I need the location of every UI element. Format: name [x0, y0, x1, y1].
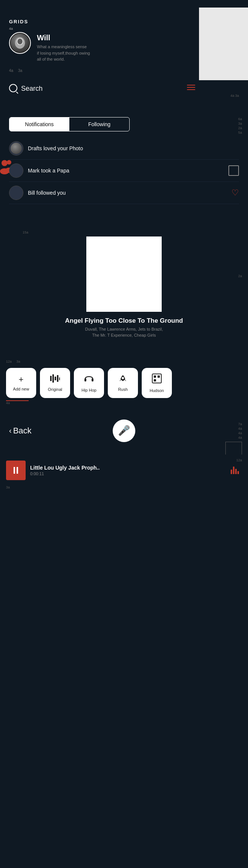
rocket-icon	[118, 374, 128, 383]
back-button[interactable]: ‹ Back	[9, 426, 32, 436]
side-num-6a: 6a	[238, 117, 242, 121]
svg-point-6	[2, 160, 8, 166]
svg-rect-10	[50, 376, 52, 381]
back-right-nums: 7a 4a 4a 4a	[225, 422, 242, 458]
hiphop-icon	[84, 374, 94, 386]
hamburger-menu[interactable]	[187, 85, 195, 90]
filter-num-12a: 12a	[6, 360, 12, 363]
side-num-3a: 3a	[238, 122, 242, 125]
svg-rect-21	[154, 379, 156, 381]
frame-icon	[152, 373, 162, 384]
svg-rect-16	[92, 378, 93, 381]
notif-text-drafts: Drafts loved your Photo	[28, 145, 239, 151]
filter-btn-add-new[interactable]: + Add new	[6, 368, 36, 398]
filter-num-3a: 3a	[17, 360, 20, 363]
avatar[interactable]	[9, 32, 31, 54]
svg-rect-13	[57, 375, 58, 382]
profile-row: 4a Will What a meaningless senseif losin…	[9, 32, 239, 63]
notif-item-drafts: Drafts loved your Photo	[9, 137, 239, 160]
filter-top-nums: 12a 3a	[6, 360, 24, 363]
search-nums: 4a 3a	[230, 94, 239, 98]
filter-btn-hiphop[interactable]: Hip Hop	[74, 368, 104, 398]
bar-4	[237, 471, 239, 474]
album-cover[interactable]	[86, 236, 162, 312]
svg-point-2	[17, 39, 22, 44]
album-num: 15a	[23, 230, 28, 234]
bar-2	[233, 467, 234, 474]
album-section: 15a 2a Angel Flying Too Close To The Gro…	[0, 221, 248, 345]
hamburger-line-2	[187, 87, 195, 88]
astronaut-icon	[13, 36, 27, 50]
search-icon	[9, 84, 17, 92]
filter-label-add-new: Add new	[13, 387, 29, 391]
nowplaying-card: Little Lou Ugly Jack Proph.. 0:00:11	[6, 461, 242, 480]
filter-label-rush: Rush	[118, 387, 128, 392]
hamburger-line-3	[187, 89, 195, 90]
album-artists: Duvall, The Lawrence Arms, Jets to Brazi…	[0, 326, 248, 339]
album-side-left	[0, 221, 21, 301]
hamburger-line-1	[187, 85, 195, 85]
bar-1	[231, 470, 232, 474]
filter-btn-original[interactable]: Original	[40, 368, 70, 398]
avatar-inner	[11, 34, 29, 52]
back-num-4a-1: 4a	[238, 427, 242, 430]
filter-row: + Add new Original	[6, 368, 242, 398]
filter-btn-hudson[interactable]: Hudson	[142, 368, 172, 398]
tab-following[interactable]: Following	[69, 117, 129, 131]
search-icon-wrap[interactable]	[9, 84, 17, 94]
mic-button[interactable]: 🎤	[113, 420, 135, 442]
search-label[interactable]: Search	[21, 85, 43, 93]
back-chevron-icon: ‹	[9, 426, 12, 435]
notif-avatar-drafts[interactable]	[9, 141, 23, 156]
square-icon	[228, 165, 239, 176]
avatar-wrap: 4a	[9, 32, 31, 54]
back-section: ‹ Back 🎤 7a 4a 4a 4a	[0, 418, 248, 443]
svg-rect-19	[154, 375, 156, 378]
svg-rect-5	[23, 44, 24, 47]
back-num-4a-2: 4a	[238, 431, 242, 435]
notif-avatar-bill[interactable]	[9, 186, 23, 200]
album-side-right	[227, 221, 248, 301]
grid-count-1: 4a	[9, 69, 13, 73]
grids-right-panel	[199, 8, 248, 90]
notif-side-nums: 6a 3a 2a 5a	[238, 117, 242, 134]
hudson-icon	[152, 373, 162, 386]
mic-icon: 🎤	[118, 425, 130, 436]
pause-icon	[14, 467, 18, 474]
svg-rect-15	[84, 378, 86, 381]
original-icon	[50, 374, 60, 385]
equalizer-icon	[50, 374, 60, 383]
nowplaying-thumb[interactable]	[6, 461, 26, 480]
tab-notifications[interactable]: Notifications	[9, 117, 69, 131]
notif-item-mark: Mark took a Papa	[9, 160, 239, 182]
grids-section: GRIDS 4a Will What a meaningless	[0, 8, 248, 80]
side-num-5a: 5a	[238, 131, 242, 134]
filter-label-hudson: Hudson	[150, 388, 164, 393]
svg-rect-4	[16, 44, 18, 47]
svg-rect-3	[17, 45, 23, 47]
nowplaying-section: 12a Little Lou Ugly Jack Proph.. 0:00:11…	[0, 455, 248, 491]
album-title: Angel Flying Too Close To The Ground	[0, 317, 248, 325]
side-num-2a: 2a	[238, 126, 242, 130]
notif-avatar-mark[interactable]	[9, 163, 23, 178]
filters-section: 12a 3a + Add new Original	[0, 356, 248, 407]
grid-count-2: 3a	[18, 69, 22, 73]
nowplaying-time: 0:00:11	[30, 471, 226, 476]
svg-rect-11	[52, 374, 54, 383]
notif-avatar-inner-drafts	[11, 143, 22, 154]
nowplaying-bars	[231, 467, 239, 474]
rush-icon	[118, 374, 128, 385]
filter-side-num: 4a	[6, 401, 10, 405]
back-num-7a: 7a	[238, 422, 242, 426]
album-right-num: 2a	[238, 274, 242, 278]
notif-text-mark: Mark took a Papa	[28, 168, 228, 174]
nowplaying-title: Little Lou Ugly Jack Proph..	[30, 465, 226, 471]
filter-label-hiphop: Hip Hop	[81, 388, 96, 392]
svg-point-17	[122, 377, 124, 379]
pause-bar-2	[17, 467, 18, 474]
back-num-4a-3: 4a	[238, 436, 242, 439]
search-area: Search 4a 3a	[0, 80, 248, 100]
nowplaying-info: Little Lou Ugly Jack Proph.. 0:00:11	[30, 465, 226, 476]
headphones-icon	[84, 374, 94, 383]
filter-btn-rush[interactable]: Rush	[108, 368, 138, 398]
